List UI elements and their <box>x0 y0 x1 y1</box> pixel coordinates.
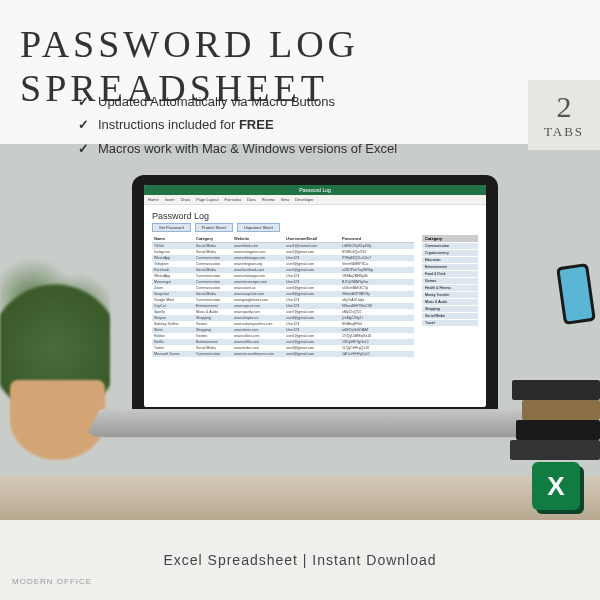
tabs-badge: 2 TABS <box>528 80 600 150</box>
watermark: MODERN OFFICE <box>12 577 92 586</box>
unprotect-sheet-button[interactable]: Unprotect Sheet <box>237 223 280 232</box>
laptop-base <box>86 409 545 437</box>
book <box>522 400 600 420</box>
password-table: Name Category Website Username/Email Pas… <box>152 235 414 357</box>
books-decoration <box>505 310 600 460</box>
excel-titlebar: Password Log <box>144 185 486 195</box>
feature-item: ✓Macros work with Mac & Windows versions… <box>78 137 397 160</box>
ribbon-tab[interactable]: Formulas <box>225 197 242 202</box>
badge-number: 2 <box>557 90 572 124</box>
category-item[interactable]: Shopping <box>422 305 478 312</box>
ribbon-tab[interactable]: Review <box>262 197 275 202</box>
excel-ribbon: HomeInsertDrawPage LayoutFormulasDataRev… <box>144 195 486 205</box>
set-password-button[interactable]: Set Password <box>152 223 191 232</box>
pot-decoration <box>10 380 105 460</box>
check-icon: ✓ <box>78 90 92 113</box>
ribbon-tab[interactable]: Page Layout <box>196 197 218 202</box>
protect-sheet-button[interactable]: Protect Sheet <box>195 223 233 232</box>
macro-buttons: Set Password Protect Sheet Unprotect She… <box>152 223 478 232</box>
ribbon-tab[interactable]: Insert <box>165 197 175 202</box>
ribbon-tab[interactable]: Data <box>247 197 255 202</box>
category-header: Category <box>422 235 478 242</box>
book <box>510 440 600 460</box>
category-item[interactable]: Food & Drink <box>422 270 478 277</box>
ribbon-tab[interactable]: View <box>281 197 290 202</box>
book <box>516 420 600 440</box>
check-icon: ✓ <box>78 113 92 136</box>
excel-logo: X <box>532 462 580 510</box>
excel-logo-icon: X <box>532 462 580 510</box>
book <box>512 380 600 400</box>
feature-item: ✓Updated Automatically via Macro Buttons <box>78 90 397 113</box>
category-item[interactable]: Money Transfer <box>422 291 478 298</box>
footer-bar: Excel Spreadsheet | Instant Download <box>0 520 600 600</box>
desk-surface <box>0 476 600 520</box>
category-item[interactable]: Education <box>422 256 478 263</box>
category-item[interactable]: Health & Fitness <box>422 284 478 291</box>
ribbon-tab[interactable]: Home <box>148 197 159 202</box>
category-list: Category CommunicationCryptocurrencyEduc… <box>422 235 478 357</box>
category-item[interactable]: Cryptocurrency <box>422 249 478 256</box>
screen-frame: Password Log HomeInsertDrawPage LayoutFo… <box>132 175 498 417</box>
table-row[interactable]: Microsoft TeamsCommunicationwww.microsof… <box>152 351 414 357</box>
category-item[interactable]: Travel <box>422 319 478 326</box>
feature-item: ✓Instructions included for FREE <box>78 113 397 136</box>
category-item[interactable]: Music & Audio <box>422 298 478 305</box>
badge-label: TABS <box>544 124 584 140</box>
ribbon-tab[interactable]: Draw <box>181 197 190 202</box>
laptop: Password Log HomeInsertDrawPage LayoutFo… <box>100 175 530 455</box>
category-item[interactable]: Entertainment <box>422 263 478 270</box>
category-item[interactable]: Social Media <box>422 312 478 319</box>
worksheet: Password Log Set Password Protect Sheet … <box>144 205 486 407</box>
sheet-title: Password Log <box>152 211 478 221</box>
feature-list: ✓Updated Automatically via Macro Buttons… <box>78 90 397 160</box>
footer-text: Excel Spreadsheet | Instant Download <box>163 552 436 568</box>
excel-screen: Password Log HomeInsertDrawPage LayoutFo… <box>144 185 486 407</box>
check-icon: ✓ <box>78 137 92 160</box>
category-item[interactable]: Communication <box>422 242 478 249</box>
category-item[interactable]: Games <box>422 277 478 284</box>
ribbon-tab[interactable]: Developer <box>295 197 313 202</box>
table-header: Name Category Website Username/Email Pas… <box>152 235 414 243</box>
